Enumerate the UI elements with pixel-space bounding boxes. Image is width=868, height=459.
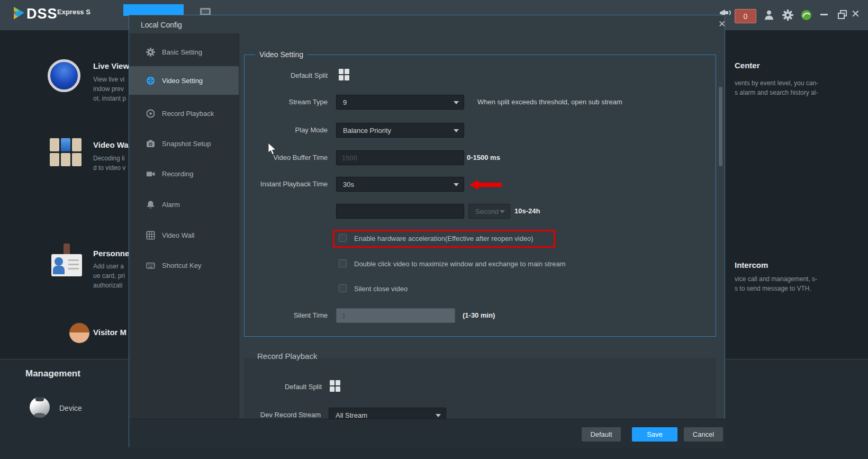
brand-edition: Express S: [57, 8, 91, 16]
duration-hint: 10s-24h: [514, 207, 540, 215]
dialog-footer: Default Save Cancel: [129, 419, 726, 448]
duration-unit-dropdown[interactable]: Second: [468, 204, 510, 219]
bell-icon: [146, 200, 155, 209]
sidebar-item-record-playback[interactable]: Record Playback: [129, 106, 239, 121]
grid-icon: [146, 231, 155, 240]
video-camera-icon: [146, 169, 155, 178]
instant-playback-dropdown[interactable]: 30s: [336, 177, 464, 192]
double-click-maximize-checkbox[interactable]: [339, 259, 347, 267]
split-layout-icon[interactable]: [339, 69, 349, 80]
visitor-icon[interactable]: [69, 323, 89, 343]
default-button[interactable]: Default: [582, 427, 621, 442]
play-circle-icon: [146, 109, 155, 118]
brand-name: DSS: [26, 6, 58, 22]
stream-type-dropdown[interactable]: 9: [336, 95, 464, 110]
device-label[interactable]: Device: [59, 404, 82, 412]
keyboard-icon: [146, 261, 155, 270]
sidebar-item-video-setting[interactable]: Video Setting: [129, 73, 239, 88]
silent-close-video-label: Silent close video: [354, 285, 408, 293]
management-heading: Management: [25, 368, 80, 379]
minimize-button[interactable]: [820, 14, 828, 15]
sidebar-item-alarm[interactable]: Alarm: [129, 197, 239, 212]
mouse-cursor: [267, 143, 277, 156]
new-tab-icon[interactable]: [200, 8, 211, 15]
tile-desc-live-view: View live vi indow prev ot, instant p: [93, 75, 129, 103]
personnel-icon[interactable]: [50, 244, 83, 284]
video-setting-legend: Video Setting: [255, 50, 308, 59]
sidebar-item-snapshot-setup[interactable]: Snapshot Setup: [129, 136, 239, 151]
config-sidebar: Basic Setting Video Setting Record Playb…: [129, 33, 239, 448]
live-view-icon[interactable]: [48, 59, 80, 92]
tile-desc-personnel: Add user a ue card, pri authorizati: [93, 262, 129, 290]
close-button[interactable]: ✕: [851, 7, 860, 20]
silent-time-label: Silent Time: [248, 311, 328, 319]
tile-title-center[interactable]: Center: [735, 61, 760, 70]
save-button[interactable]: Save: [632, 427, 677, 442]
cancel-button[interactable]: Cancel: [684, 427, 723, 442]
tile-desc-center: vents by event level, you can- s alarm a…: [735, 78, 818, 97]
default-split-label: Default Split: [248, 71, 328, 79]
play-mode-dropdown[interactable]: Balance Priority: [336, 123, 464, 138]
chevron-down-icon: [436, 414, 441, 417]
chevron-down-icon: [454, 129, 459, 132]
maximize-button[interactable]: [838, 10, 847, 19]
gear-icon[interactable]: [782, 10, 793, 21]
record-playback-title: Record Playback: [257, 352, 317, 361]
video-wall-icon[interactable]: [50, 138, 83, 168]
sidebar-item-shortcut-key[interactable]: Shortcut Key: [129, 258, 239, 273]
dev-record-stream-label: Dev Record Stream: [241, 411, 321, 419]
rp-default-split-label: Default Split: [242, 383, 322, 391]
sidebar-item-recording[interactable]: Recording: [129, 166, 239, 181]
video-buffer-hint: 0-1500 ms: [467, 154, 500, 161]
video-buffer-time-label: Video Buffer Time: [248, 154, 328, 161]
chevron-down-icon: [454, 183, 459, 186]
silent-time-hint: (1-30 min): [463, 311, 495, 319]
split-layout-icon[interactable]: [330, 380, 340, 392]
camera-icon: [146, 139, 155, 148]
sidebar-item-video-wall[interactable]: Video Wall: [129, 228, 239, 242]
video-setting-group: Video Setting Default Split Stream Type …: [244, 55, 716, 337]
tile-desc-intercom: vice call and management, s- s to send m…: [735, 274, 817, 293]
film-reel-icon: [146, 76, 155, 85]
tile-title-personnel[interactable]: Personne: [93, 249, 129, 258]
tile-title-visitor[interactable]: Visitor M: [93, 328, 129, 337]
dss-express-app: DSS Express S 0 ✕ Live V: [0, 0, 868, 459]
alarm-count-badge[interactable]: 0: [735, 9, 756, 23]
duration-input[interactable]: [336, 204, 464, 219]
annotation-red-rectangle: [333, 230, 555, 248]
tile-title-live-view[interactable]: Live View: [93, 61, 129, 70]
play-mode-label: Play Mode: [248, 126, 328, 134]
dialog-scrollbar-thumb[interactable]: [719, 87, 722, 166]
gear-icon: [146, 48, 155, 57]
dialog-close-icon[interactable]: ✕: [717, 19, 727, 29]
instant-playback-time-label: Instant Playback Time: [248, 180, 328, 188]
dss-logo-icon: [13, 6, 25, 22]
home-tab[interactable]: [123, 4, 184, 16]
user-icon[interactable]: [764, 10, 774, 21]
tile-title-video-wall[interactable]: Video Wa: [93, 140, 129, 149]
device-dome-icon[interactable]: [30, 397, 50, 418]
stream-type-hint: When split exceeds threshold, open sub s…: [477, 98, 622, 106]
annotation-red-arrow: [469, 180, 502, 190]
chevron-down-icon: [454, 101, 459, 104]
video-buffer-time-input[interactable]: [336, 150, 464, 165]
silent-time-input[interactable]: [336, 308, 455, 323]
chevron-down-icon: [500, 210, 505, 213]
stream-type-label: Stream Type: [248, 98, 328, 106]
silent-close-video-checkbox[interactable]: [339, 284, 347, 292]
double-click-maximize-label: Double click video to maximize window an…: [354, 260, 566, 268]
tile-desc-video-wall: Decoding li d to video v: [93, 154, 129, 173]
sidebar-item-basic-setting[interactable]: Basic Setting: [129, 44, 239, 59]
network-status-icon[interactable]: [801, 10, 812, 21]
dialog-title: Local Config: [141, 21, 182, 29]
tile-title-intercom[interactable]: Intercom: [735, 260, 768, 269]
local-config-dialog: Local Config ✕ Basic Setting Video Setti…: [129, 15, 725, 447]
